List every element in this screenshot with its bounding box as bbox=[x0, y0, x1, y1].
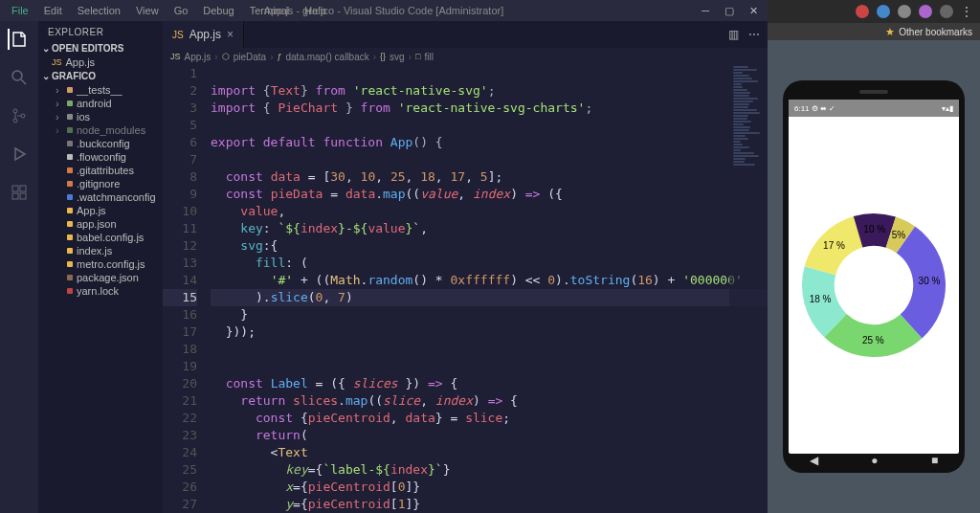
more-actions-icon[interactable]: ⋯ bbox=[748, 28, 760, 41]
project-section[interactable]: ⌄GRAFICO bbox=[38, 69, 163, 83]
window-title: App.js - grafico - Visual Studio Code [A… bbox=[264, 5, 503, 16]
minimap[interactable] bbox=[729, 65, 768, 513]
tree-item[interactable]: .flowconfig bbox=[42, 150, 163, 164]
tree-item[interactable]: ›android bbox=[42, 97, 163, 110]
phone-statusbar: 6:11 ⚙ ⬌ ✓ ▾▴▮ bbox=[789, 100, 959, 117]
browser-toolbar: ⋮ bbox=[768, 0, 980, 23]
tree-item[interactable]: .watchmanconfig bbox=[42, 190, 163, 204]
breadcrumb[interactable]: JSApp.js›⬡pieData›ƒdata.map() callback›{… bbox=[163, 48, 768, 65]
tree-item[interactable]: ›__tests__ bbox=[42, 83, 163, 97]
ext-icon-3[interactable] bbox=[898, 5, 911, 18]
phone-back-icon[interactable]: ◀ bbox=[810, 454, 818, 467]
maximize-icon[interactable]: ▢ bbox=[724, 5, 734, 17]
menu-debug[interactable]: Debug bbox=[197, 3, 239, 18]
tree-item[interactable]: .gitignore bbox=[42, 177, 163, 190]
tree-item[interactable]: .gitattributes bbox=[42, 164, 163, 177]
js-file-icon: JS bbox=[172, 30, 184, 40]
code-editor[interactable]: 1235678910111213141516171819202122232425… bbox=[163, 65, 768, 513]
bookmark-folder-icon: ★ bbox=[885, 26, 895, 38]
extensions-icon[interactable] bbox=[9, 182, 30, 203]
pie-label: 5% bbox=[892, 230, 906, 240]
pie-label: 25 % bbox=[862, 335, 884, 346]
file-tree: ›__tests__›android›ios›node_modules.buck… bbox=[38, 83, 163, 513]
tree-item[interactable]: app.json bbox=[42, 217, 163, 231]
menu-edit[interactable]: Edit bbox=[38, 3, 68, 18]
pie-label: 17 % bbox=[823, 240, 845, 251]
phone-speaker bbox=[859, 90, 888, 94]
bookmarks-label[interactable]: Other bookmarks bbox=[899, 27, 972, 37]
debug-icon[interactable] bbox=[9, 144, 30, 165]
tab-app-js[interactable]: JS App.js × bbox=[163, 21, 244, 48]
tree-item[interactable]: package.json bbox=[42, 271, 163, 284]
svg-point-0 bbox=[12, 71, 22, 80]
menu-view[interactable]: View bbox=[130, 3, 165, 18]
svg-point-2 bbox=[13, 119, 17, 123]
svg-point-3 bbox=[21, 114, 25, 118]
browser-menu-icon[interactable]: ⋮ bbox=[961, 5, 972, 18]
sidebar: EXPLORER ⌄OPEN EDITORS JSApp.js ⌄GRAFICO… bbox=[38, 21, 163, 513]
tree-item[interactable]: ›node_modules bbox=[42, 123, 163, 137]
phone-frame: 6:11 ⚙ ⬌ ✓ ▾▴▮ 30 %25 %18 %17 %10 %5% ◀ … bbox=[783, 80, 965, 473]
ext-icon-2[interactable] bbox=[877, 5, 890, 18]
window-titlebar: File Edit Selection View Go Debug Termin… bbox=[0, 0, 768, 21]
avatar-icon[interactable] bbox=[940, 5, 953, 18]
pie-label: 18 % bbox=[810, 294, 832, 304]
explorer-icon[interactable] bbox=[8, 29, 29, 50]
menu-go[interactable]: Go bbox=[168, 3, 194, 18]
close-icon[interactable]: ✕ bbox=[749, 5, 758, 17]
menu-selection[interactable]: Selection bbox=[72, 3, 126, 18]
svg-rect-5 bbox=[20, 186, 26, 191]
open-editors-section[interactable]: ⌄OPEN EDITORS bbox=[38, 41, 163, 56]
source-control-icon[interactable] bbox=[9, 105, 30, 126]
svg-rect-7 bbox=[20, 193, 26, 199]
phone-home-icon[interactable]: ● bbox=[871, 454, 878, 467]
split-editor-icon[interactable]: ▥ bbox=[728, 28, 739, 41]
tab-bar: JS App.js × ▥ ⋯ bbox=[163, 21, 768, 48]
tab-close-icon[interactable]: × bbox=[227, 28, 234, 41]
tree-item[interactable]: babel.config.js bbox=[42, 231, 163, 244]
ext-icon-4[interactable] bbox=[919, 5, 932, 18]
tree-item[interactable]: yarn.lock bbox=[42, 284, 163, 298]
menu-file[interactable]: File bbox=[6, 3, 34, 18]
tree-item[interactable]: index.js bbox=[42, 244, 163, 257]
tree-item[interactable]: ›ios bbox=[42, 110, 163, 123]
chart-canvas: 30 %25 %18 %17 %10 %5% bbox=[789, 117, 959, 454]
svg-rect-4 bbox=[12, 186, 18, 191]
ext-icon-1[interactable] bbox=[856, 5, 869, 18]
activity-bar bbox=[0, 21, 38, 513]
open-editor-item[interactable]: JSApp.js bbox=[38, 56, 163, 69]
tree-item[interactable]: metro.config.js bbox=[42, 257, 163, 271]
tree-item[interactable]: App.js bbox=[42, 204, 163, 217]
phone-recent-icon[interactable]: ■ bbox=[931, 454, 938, 467]
pie-label: 30 % bbox=[919, 276, 941, 286]
sidebar-header: EXPLORER bbox=[38, 21, 163, 41]
svg-point-1 bbox=[13, 109, 17, 113]
pie-label: 10 % bbox=[863, 224, 885, 234]
tab-label: App.js bbox=[189, 28, 221, 41]
svg-rect-6 bbox=[12, 193, 18, 199]
search-icon[interactable] bbox=[9, 67, 30, 88]
browser-window: ⋮ ★ Other bookmarks 6:11 ⚙ ⬌ ✓ ▾▴▮ 30 %2… bbox=[768, 0, 980, 513]
tree-item[interactable]: .buckconfig bbox=[42, 137, 163, 150]
minimize-icon[interactable]: ─ bbox=[702, 5, 709, 17]
